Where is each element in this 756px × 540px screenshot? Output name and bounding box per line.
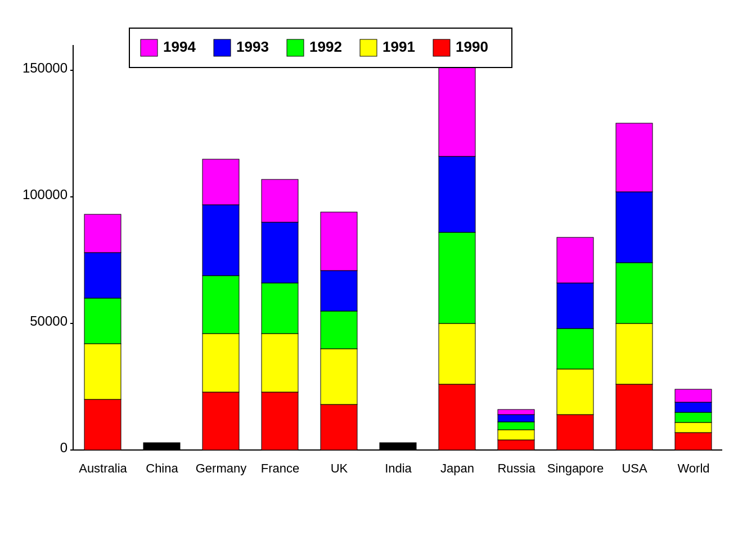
svg-rect-52	[675, 402, 712, 412]
legend-swatch-1994	[141, 39, 158, 56]
svg-rect-43	[557, 237, 593, 283]
y-label-50000: 50000	[30, 313, 68, 328]
legend-label-1991: 1991	[382, 38, 415, 55]
svg-rect-38	[498, 410, 534, 415]
svg-rect-49	[675, 433, 712, 450]
legend-swatch-1993	[214, 39, 231, 56]
svg-rect-27	[321, 212, 357, 271]
svg-rect-25	[321, 311, 357, 349]
svg-rect-39	[557, 415, 593, 450]
legend-label-1993: 1993	[236, 38, 269, 55]
chart-container: 0 50000 100000 150000	[0, 0, 756, 540]
bar-world: World	[675, 389, 712, 475]
svg-rect-53	[675, 389, 712, 402]
svg-rect-7	[84, 399, 121, 450]
svg-rect-32	[439, 156, 475, 232]
bar-japan: Japan	[439, 55, 475, 475]
bar-russia: Russia	[497, 410, 536, 475]
svg-rect-16	[202, 205, 239, 276]
svg-rect-24	[321, 349, 357, 404]
bar-usa: USA	[616, 123, 652, 475]
svg-rect-9	[84, 298, 121, 344]
x-label-france: France	[261, 461, 299, 475]
svg-rect-30	[439, 323, 475, 384]
svg-rect-20	[262, 283, 298, 334]
svg-rect-15	[202, 276, 239, 334]
bar-germany: Germany	[196, 159, 246, 475]
y-label-150000: 150000	[22, 60, 68, 75]
svg-rect-13	[202, 392, 239, 450]
x-label-singapore: Singapore	[547, 461, 604, 475]
chart-svg: 0 50000 100000 150000	[0, 0, 756, 540]
svg-rect-36	[498, 422, 534, 430]
svg-rect-12	[143, 443, 180, 450]
svg-rect-41	[557, 328, 593, 369]
x-label-germany: Germany	[196, 461, 246, 475]
x-label-world: World	[677, 461, 709, 475]
legend-swatch-1990	[433, 39, 450, 56]
svg-rect-42	[557, 283, 593, 328]
x-label-australia: Australia	[79, 461, 127, 475]
legend-label-1992: 1992	[309, 38, 342, 55]
svg-rect-37	[498, 415, 534, 422]
y-label-100000: 100000	[22, 187, 68, 202]
svg-rect-34	[498, 440, 534, 450]
x-label-india: India	[385, 461, 412, 475]
svg-rect-10	[84, 253, 121, 298]
svg-rect-40	[557, 369, 593, 415]
svg-rect-45	[616, 323, 652, 384]
svg-rect-35	[498, 430, 534, 440]
svg-rect-21	[262, 222, 298, 283]
svg-rect-22	[262, 179, 298, 222]
bar-australia: Australia	[79, 214, 127, 475]
svg-rect-17	[202, 159, 239, 205]
svg-rect-19	[262, 334, 298, 392]
legend-swatch-1992	[287, 39, 304, 56]
svg-rect-29	[439, 384, 475, 450]
svg-rect-18	[262, 392, 298, 450]
svg-rect-28	[380, 443, 416, 450]
svg-rect-50	[675, 422, 712, 433]
legend-swatch-1991	[360, 39, 377, 56]
bar-france: France	[261, 179, 299, 475]
x-label-usa: USA	[622, 461, 647, 475]
legend-label-1994: 1994	[163, 38, 196, 55]
svg-rect-31	[439, 232, 475, 323]
legend-label-1990: 1990	[456, 38, 488, 55]
x-label-japan: Japan	[440, 461, 474, 475]
bar-uk: UK	[321, 212, 357, 475]
svg-rect-11	[84, 214, 121, 253]
svg-rect-44	[616, 384, 652, 450]
svg-rect-51	[675, 412, 712, 422]
svg-rect-48	[616, 123, 652, 192]
svg-rect-8	[84, 344, 121, 399]
svg-rect-46	[616, 263, 652, 323]
svg-rect-23	[321, 404, 357, 450]
y-label-0: 0	[60, 440, 68, 455]
svg-rect-26	[321, 271, 357, 311]
x-label-russia: Russia	[497, 461, 536, 475]
x-label-uk: UK	[331, 461, 348, 475]
svg-rect-47	[616, 192, 652, 263]
svg-rect-33	[439, 55, 475, 156]
x-label-china: China	[146, 461, 178, 475]
svg-rect-14	[202, 334, 239, 392]
